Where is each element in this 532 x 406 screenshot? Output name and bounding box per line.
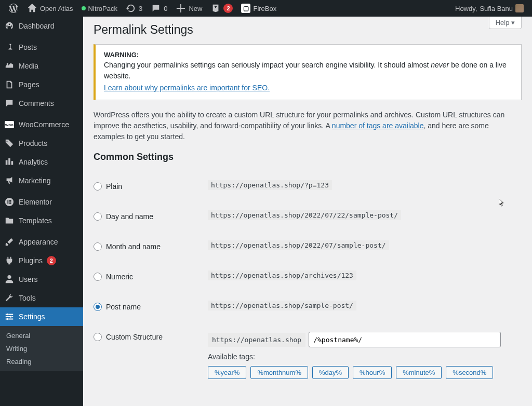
intro-text: WordPress offers you the ability to crea…: [94, 110, 522, 142]
updates-item[interactable]: 3: [122, 0, 147, 17]
plugins-badge: 2: [47, 256, 56, 265]
menu-dashboard-label: Dashboard: [19, 22, 55, 30]
tag-year[interactable]: %year%: [208, 366, 246, 379]
menu-products[interactable]: Products: [0, 134, 83, 153]
menu-appearance-label: Appearance: [19, 238, 58, 246]
menu-elementor-label: Elementor: [19, 198, 52, 206]
comments-count: 0: [164, 5, 167, 12]
submenu-reading[interactable]: Reading: [0, 355, 83, 368]
menu-marketing[interactable]: Marketing: [0, 171, 83, 190]
menu-dashboard[interactable]: Dashboard: [0, 17, 83, 35]
svg-point-1: [7, 314, 9, 316]
yoast-item[interactable]: 2: [206, 0, 237, 17]
menu-media[interactable]: Media: [0, 57, 83, 75]
menu-woocommerce[interactable]: woo WooCommerce: [0, 115, 83, 134]
content-area: Help ▾ Permalink Settings WARNING: Chang…: [83, 17, 532, 406]
comments-item[interactable]: 0: [147, 0, 171, 17]
submenu-general[interactable]: General: [0, 329, 83, 342]
warning-text: Changing your permalinks settings can se…: [104, 60, 513, 82]
option-numeric: Numeric https://openatlas.shop/archives/…: [94, 261, 522, 291]
custom-structure-input[interactable]: [309, 332, 501, 347]
option-postname: Post name https://openatlas.shop/sample-…: [94, 291, 522, 321]
howdy-prefix: Howdy,: [455, 5, 477, 12]
menu-comments[interactable]: Comments: [0, 94, 83, 113]
new-item[interactable]: New: [171, 0, 206, 17]
available-tags-label: Available tags:: [208, 353, 522, 361]
nitropack-item[interactable]: NitroPack: [77, 0, 122, 17]
radio-plain-label: Plain: [106, 182, 122, 191]
comment-icon: [151, 4, 161, 13]
radio-dayname-label: Day and name: [106, 212, 153, 221]
plus-icon: [176, 4, 185, 13]
account-item[interactable]: Howdy, Sufia Banu: [451, 0, 528, 17]
cursor-icon: [499, 198, 505, 207]
radio-plain[interactable]: [94, 182, 102, 191]
radio-custom[interactable]: [94, 333, 102, 341]
custom-prefix: https://openatlas.shop: [208, 333, 305, 347]
products-icon: [5, 139, 14, 148]
yoast-badge: 2: [223, 4, 233, 13]
tag-monthnum[interactable]: %monthnum%: [250, 366, 308, 379]
code-numeric: https://openatlas.shop/archives/123: [208, 270, 356, 280]
menu-appearance[interactable]: Appearance: [0, 233, 83, 251]
menu-users[interactable]: Users: [0, 270, 83, 289]
menu-settings[interactable]: Settings: [0, 307, 83, 326]
menu-elementor[interactable]: Elementor: [0, 193, 83, 211]
elementor-icon: [5, 197, 14, 207]
menu-plugins[interactable]: Plugins 2: [0, 251, 83, 270]
admin-bar-right: Howdy, Sufia Banu: [451, 0, 528, 17]
code-postname: https://openatlas.shop/sample-post/: [208, 301, 356, 310]
tag-hour[interactable]: %hour%: [353, 366, 392, 379]
sliders-icon: [5, 312, 14, 321]
menu-marketing-label: Marketing: [19, 177, 50, 185]
refresh-icon: [126, 4, 136, 13]
menu-analytics-label: Analytics: [19, 158, 48, 166]
menu-tools[interactable]: Tools: [0, 289, 83, 307]
tags-link[interactable]: number of tags are available: [332, 121, 424, 130]
radio-postname[interactable]: [94, 303, 102, 311]
tag-day[interactable]: %day%: [312, 366, 349, 379]
site-name[interactable]: Open Atlas: [23, 0, 77, 17]
submenu-writing[interactable]: Writing: [0, 342, 83, 355]
menu-templates[interactable]: Templates: [0, 211, 83, 230]
menu-analytics[interactable]: Analytics: [0, 153, 83, 171]
new-label: New: [189, 5, 202, 12]
wordpress-icon: [9, 4, 18, 13]
settings-submenu: General Writing Reading: [0, 326, 83, 371]
menu-tools-label: Tools: [19, 294, 36, 302]
woo-icon: woo: [5, 121, 14, 128]
user-name: Sufia Banu: [480, 5, 513, 12]
nitropack-label: NitroPack: [88, 5, 117, 12]
warning-link[interactable]: Learn about why permalinks are important…: [104, 84, 270, 92]
folder-icon: [5, 216, 14, 225]
firebox-icon: ▢: [241, 4, 250, 13]
firebox-item[interactable]: ▢ FireBox: [237, 0, 281, 17]
radio-postname-label: Post name: [106, 303, 141, 311]
wrench-icon: [5, 293, 14, 303]
yoast-icon: [211, 4, 220, 13]
radio-dayname[interactable]: [94, 212, 102, 221]
brush-icon: [5, 237, 14, 247]
radio-monthname[interactable]: [94, 242, 102, 251]
wp-logo[interactable]: [4, 0, 23, 17]
radio-custom-label: Custom Structure: [106, 333, 163, 341]
radio-numeric[interactable]: [94, 273, 102, 281]
menu-pages-label: Pages: [19, 80, 39, 89]
site-title-text: Open Atlas: [40, 5, 73, 12]
help-tab[interactable]: Help ▾: [489, 17, 522, 29]
media-icon: [5, 61, 14, 71]
option-dayname: Day and name https://openatlas.shop/2022…: [94, 201, 522, 231]
menu-pages[interactable]: Pages: [0, 75, 83, 94]
plugin-icon: [5, 256, 14, 265]
radio-numeric-label: Numeric: [106, 273, 133, 281]
svg-point-3: [7, 318, 9, 320]
firebox-label: FireBox: [253, 5, 276, 12]
status-dot-icon: [82, 6, 86, 10]
menu-posts[interactable]: Posts: [0, 38, 83, 57]
tag-second[interactable]: %second%: [446, 366, 493, 379]
tag-minute[interactable]: %minute%: [396, 366, 442, 379]
menu-products-label: Products: [19, 139, 47, 147]
admin-sidebar: Dashboard Posts Media Pages Comments woo…: [0, 17, 83, 406]
menu-woocommerce-label: WooCommerce: [19, 120, 69, 129]
analytics-icon: [5, 157, 14, 167]
